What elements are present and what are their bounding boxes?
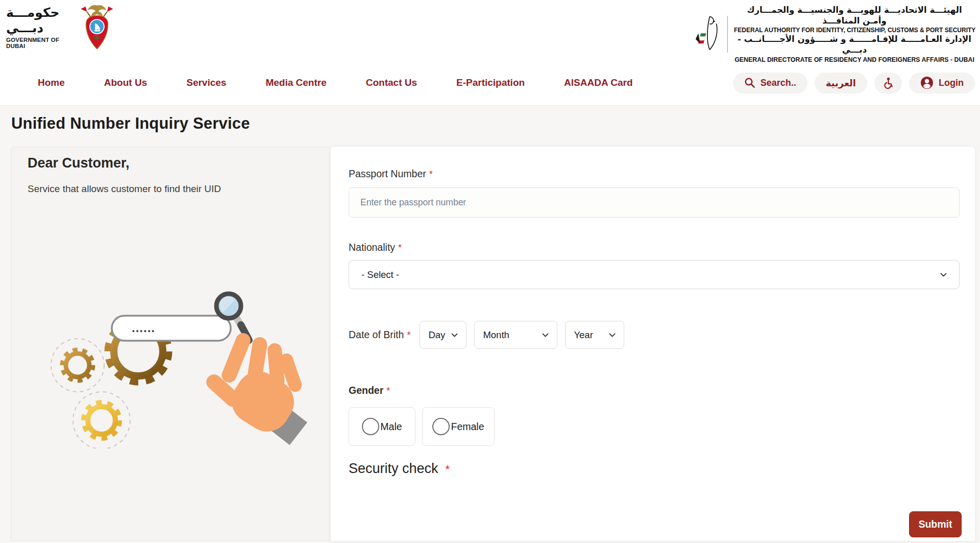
gender-option-male[interactable]: Male <box>349 407 415 446</box>
intro-panel: Dear Customer, Service that allows custo… <box>11 147 331 541</box>
chevron-down-icon <box>940 273 947 277</box>
authority-english-line2: GENERAL DIRECTORATE OF RESIDENCY AND FOR… <box>734 56 975 63</box>
male-radio[interactable] <box>362 418 379 435</box>
page-title: Unified Number Inquiry Service <box>11 114 980 133</box>
gender-field-block: Gender* Male Female <box>349 385 960 446</box>
intro-heading: Dear Customer, <box>28 155 331 171</box>
nationality-label: Nationality <box>349 242 395 253</box>
nav-item-e-participation[interactable]: E-Participation <box>456 77 525 88</box>
dashed-path-icon <box>51 339 104 392</box>
authority-arabic-line2: الإدارة العـامـــــة للإقـامــــــة و شـ… <box>734 34 975 55</box>
dob-label: Date of Brith* <box>349 329 410 341</box>
inquiry-form: Passport Number* Nationality* - Select -… <box>331 147 975 541</box>
language-toggle-button[interactable]: العربية <box>815 73 867 93</box>
submit-button[interactable]: Submit <box>909 511 962 537</box>
site-header: حكومـــة دبـــي GOVERNMENT OF DUBAI <box>0 0 980 106</box>
dubai-logo-arabic: حكومـــة دبـــي <box>6 5 71 36</box>
main-content: Unified Number Inquiry Service Dear Cust… <box>0 114 980 541</box>
passport-input[interactable] <box>349 187 960 218</box>
dubai-logo-english: GOVERNMENT OF DUBAI <box>6 37 71 49</box>
gender-label: Gender <box>349 385 383 396</box>
nav-item-media-centre[interactable]: Media Centre <box>265 77 326 88</box>
nav-item-alsaada-card[interactable]: AlSAADA Card <box>564 77 632 88</box>
female-radio[interactable] <box>432 418 450 435</box>
required-marker: * <box>407 330 410 340</box>
dob-year-value: Year <box>574 329 593 341</box>
dob-year-select[interactable]: Year <box>565 321 624 349</box>
chevron-down-icon <box>609 333 616 337</box>
dubai-government-logo[interactable]: حكومـــة دبـــي GOVERNMENT OF DUBAI <box>6 3 118 51</box>
security-check-block: Security check * <box>349 461 960 477</box>
intro-description: Service that allows customer to find the… <box>28 183 331 195</box>
small-gear-icon <box>62 350 93 381</box>
yellow-gear-icon <box>84 403 119 438</box>
nav-item-about-us[interactable]: About Us <box>104 77 147 88</box>
required-marker: * <box>398 243 402 253</box>
required-marker: * <box>429 169 433 179</box>
login-button[interactable]: Login <box>909 73 975 93</box>
required-marker: * <box>446 463 450 476</box>
required-marker: * <box>386 386 390 396</box>
dob-month-select[interactable]: Month <box>474 321 557 349</box>
passport-field-block: Passport Number* <box>349 168 960 218</box>
dob-field-block: Date of Brith* Day Month Year <box>349 321 960 349</box>
search-dots-text: ...... <box>132 321 155 335</box>
falcon-icon <box>695 14 721 55</box>
uid-search-illustration: ...... <box>30 289 308 448</box>
search-label: Search.. <box>761 78 796 88</box>
chevron-down-icon <box>542 333 549 337</box>
logo-divider <box>727 16 728 53</box>
authority-english-line1: FEDERAL AUTHORITY FOR IDENTITY, CITIZENS… <box>734 27 975 34</box>
dubai-crest-icon <box>76 3 118 51</box>
passport-label: Passport Number <box>349 168 426 179</box>
dob-month-value: Month <box>483 329 509 341</box>
accessibility-button[interactable] <box>874 73 902 93</box>
authority-arabic-line1: الهيئـــة الاتحاديـــة للهويـــة والجنسي… <box>734 5 975 26</box>
accessibility-icon <box>883 77 893 89</box>
gender-option-female[interactable]: Female <box>422 407 495 446</box>
nav-item-services[interactable]: Services <box>186 77 226 88</box>
login-label: Login <box>939 78 964 88</box>
nationality-field-block: Nationality* - Select - <box>349 242 960 289</box>
dob-day-select[interactable]: Day <box>420 321 467 349</box>
male-label: Male <box>380 421 402 433</box>
language-label: العربية <box>826 78 856 88</box>
user-icon <box>920 76 934 89</box>
search-icon <box>744 77 755 88</box>
main-nav: Home About Us Services Media Centre Cont… <box>38 72 975 94</box>
chevron-down-icon <box>451 333 458 337</box>
search-button[interactable]: Search.. <box>733 73 807 93</box>
dob-day-value: Day <box>428 329 445 341</box>
authority-logo[interactable]: الهيئـــة الاتحاديـــة للهويـــة والجنسي… <box>695 5 975 63</box>
nav-item-home[interactable]: Home <box>38 77 65 88</box>
security-check-label: Security check <box>349 461 438 477</box>
illustration-search-bar <box>112 316 231 341</box>
nav-item-contact-us[interactable]: Contact Us <box>366 77 417 88</box>
nationality-select[interactable]: - Select - <box>349 260 960 289</box>
nationality-selected-value: - Select - <box>361 269 399 280</box>
female-label: Female <box>451 421 484 433</box>
